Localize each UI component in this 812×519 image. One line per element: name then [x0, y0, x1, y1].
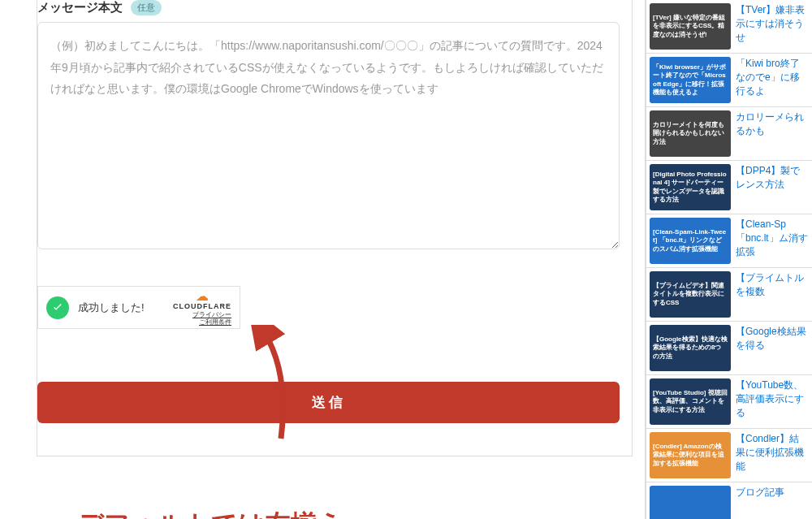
- sidebar-thumbnail: [TVer] 嫌いな特定の番組を非表示にするCSS。精度なのは消そうぜ!: [650, 3, 731, 50]
- sidebar-thumbnail: [YouTube Studio] 視聴回数、高評価、コメントを非表示にする方法: [650, 378, 731, 425]
- sidebar-thumbnail: [Condler] Amazonの検索結果に便利な項目を追加する拡張機能: [650, 432, 731, 478]
- sidebar-link-text[interactable]: 【Clean-Sp「bnc.lt」ム消す拡張: [736, 218, 809, 264]
- cloudflare-turnstile-widget: 成功しました! ☁ CLOUDFLARE プライバシー ご利用条件: [37, 286, 240, 329]
- sidebar-item[interactable]: [YouTube Studio] 視聴回数、高評価、コメントを非表示にする方法【…: [646, 375, 812, 429]
- sidebar-thumbnail: 【プライムビデオ】関連タイトルを複数行表示にするCSS: [650, 271, 731, 318]
- sidebar-link-text[interactable]: 【YouTube数、高評価表示にする: [736, 378, 809, 425]
- sidebar-thumbnail: カロリーメイトを何度も開けられるかもしれない方法: [650, 110, 731, 157]
- sidebar-thumbnail: 「Kiwi browser」がサポート終了なので「Microsoft Edge」…: [650, 57, 731, 103]
- sidebar-item[interactable]: [Clean-Spam-Link-Tweet] 「bnc.lt」リンクなどのスパ…: [646, 214, 812, 268]
- cloudflare-logo-text: CLOUDFLARE: [173, 302, 231, 311]
- sidebar-item[interactable]: 【プライムビデオ】関連タイトルを複数行表示にするCSS【プライムトルを複数: [646, 268, 812, 322]
- sidebar-item[interactable]: [Digital Photo Professional 4] サードパーティー製…: [646, 161, 812, 214]
- cloudflare-terms-link[interactable]: ご利用条件: [173, 318, 231, 327]
- sidebar-item[interactable]: カロリーメイトを何度も開けられるかもしれない方法カロリーメられるかも: [646, 107, 812, 161]
- cloudflare-privacy-link[interactable]: プライバシー: [173, 311, 231, 319]
- thumbnail-text: 【Google検索】快適な検索結果を得るための8つの方法: [653, 335, 728, 361]
- sidebar-item[interactable]: ブログ記事: [646, 482, 812, 519]
- sidebar-link-text[interactable]: 【DPP4】製でレンス方法: [736, 164, 809, 210]
- optional-badge: 任意: [131, 0, 162, 15]
- sidebar-link-text[interactable]: 【Condler】結果に便利拡張機能: [736, 432, 809, 478]
- sidebar-item[interactable]: [TVer] 嫌いな特定の番組を非表示にするCSS。精度なのは消そうぜ!【TVe…: [646, 0, 812, 54]
- sidebar-thumbnail: 【Google検索】快適な検索結果を得るための8つの方法: [650, 325, 731, 371]
- sidebar-thumbnail: [Clean-Spam-Link-Tweet] 「bnc.lt」リンクなどのスパ…: [650, 218, 731, 264]
- thumbnail-text: カロリーメイトを何度も開けられるかもしれない方法: [653, 121, 728, 146]
- sidebar-link-text[interactable]: 【Google検結果を得る: [736, 325, 809, 371]
- cloudflare-success-text: 成功しました!: [78, 301, 145, 315]
- sidebar-thumbnail: [Digital Photo Professional 4] サードパーティー製…: [650, 164, 731, 210]
- thumbnail-text: [Clean-Spam-Link-Tweet] 「bnc.lt」リンクなどのスパ…: [653, 228, 728, 253]
- sidebar-item[interactable]: [Condler] Amazonの検索結果に便利な項目を追加する拡張機能【Con…: [646, 429, 812, 482]
- thumbnail-text: [Condler] Amazonの検索結果に便利な項目を追加する拡張機能: [653, 443, 728, 468]
- thumbnail-text: [Digital Photo Professional 4] サードパーティー製…: [653, 171, 728, 205]
- thumbnail-text: 【プライムビデオ】関連タイトルを複数行表示にするCSS: [653, 282, 728, 307]
- sidebar-link-text[interactable]: ブログ記事: [736, 486, 784, 519]
- thumbnail-text: [YouTube Studio] 視聴回数、高評価、コメントを非表示にする方法: [653, 389, 728, 414]
- thumbnail-text: 「Kiwi browser」がサポート終了なので「Microsoft Edge」…: [653, 63, 728, 97]
- sidebar-link-text[interactable]: 【TVer】嫌非表示にすは消そうせ: [736, 3, 809, 50]
- submit-button[interactable]: 送信: [37, 382, 620, 423]
- form-label-text: メッセージ本文: [37, 0, 123, 15]
- sidebar-link-text[interactable]: カロリーメられるかも: [736, 110, 809, 157]
- sidebar-item[interactable]: 【Google検索】快適な検索結果を得るための8つの方法【Google検結果を得…: [646, 322, 812, 375]
- sidebar-thumbnail: [650, 486, 731, 519]
- message-body-label: メッセージ本文 任意: [37, 0, 620, 15]
- thumbnail-text: [TVer] 嫌いな特定の番組を非表示にするCSS。精度なのは消そうぜ!: [653, 14, 728, 39]
- sidebar-related-posts: [TVer] 嫌いな特定の番組を非表示にするCSS。精度なのは消そうぜ!【TVe…: [646, 0, 812, 519]
- sidebar-item[interactable]: 「Kiwi browser」がサポート終了なので「Microsoft Edge」…: [646, 54, 812, 107]
- message-body-textarea[interactable]: [37, 22, 620, 249]
- annotation-text: デフォルトでは左揃え: [77, 507, 343, 519]
- sidebar-link-text[interactable]: 「Kiwi bro終了なのでe」に移行るよ: [736, 57, 809, 103]
- sidebar-link-text[interactable]: 【プライムトルを複数: [736, 271, 809, 318]
- success-check-icon: [46, 296, 69, 319]
